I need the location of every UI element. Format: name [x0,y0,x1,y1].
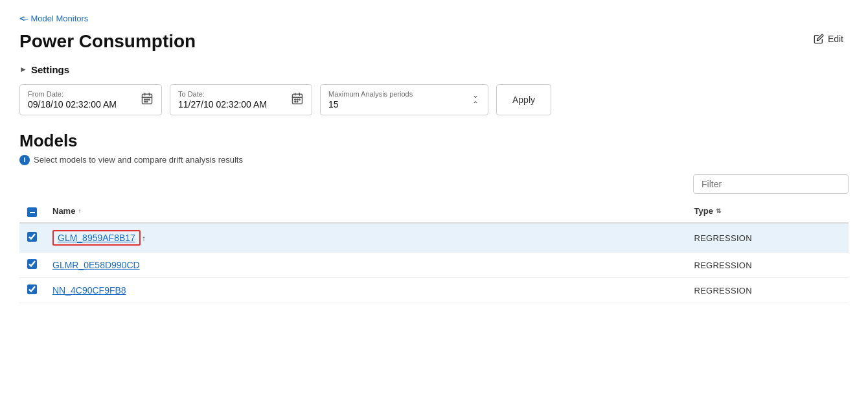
svg-point-5 [146,98,148,100]
select-all-checkbox[interactable] [27,207,37,217]
model-type-cell: REGRESSION [687,253,849,278]
date-controls: From Date: 09/18/10 02:32:00 AM [19,84,849,115]
from-date-field[interactable]: From Date: 09/18/10 02:32:00 AM [19,84,162,115]
model-type-value: REGRESSION [694,233,752,243]
table-row: NN_4C90CF9FB8REGRESSION [19,278,849,303]
models-section: Models i Select models to view and compa… [19,131,849,304]
spinner-buttons: ⌄ ⌃ [471,91,480,108]
header-checkbox-cell [19,200,45,224]
from-date-value: 09/18/10 02:32:00 AM [28,99,117,110]
to-date-value: 11/27/10 02:32:00 AM [178,99,267,110]
settings-section: ► Settings From Date: 09/18/10 02:32:00 … [19,64,849,115]
analysis-value: 15 [328,99,413,110]
model-type-value: REGRESSION [694,261,752,270]
page-header: Power Consumption Edit [19,31,849,52]
row-checkbox-cell [19,253,45,278]
from-date-label: From Date: [28,90,117,98]
model-name-link[interactable]: NN_4C90CF9FB8 [52,285,126,296]
analysis-label: Maximum Analysis periods [328,90,413,98]
table-header-row: Name ↑ Type ⇅ [19,200,849,224]
svg-point-14 [297,98,298,100]
models-tbody: GLM_8959AF8B17↑REGRESSIONGLMR_0E58D990CD… [19,223,849,303]
model-type-cell: REGRESSION [687,223,849,253]
model-name-link[interactable]: GLM_8959AF8B17 [58,233,135,243]
edit-label: Edit [828,34,843,44]
chevron-right-icon: ► [19,65,27,74]
spinner-down-button[interactable]: ⌄ [471,91,480,99]
apply-button[interactable]: Apply [496,84,551,115]
model-type-value: REGRESSION [694,286,752,296]
edit-button[interactable]: Edit [808,31,849,47]
to-date-field[interactable]: To Date: 11/27/10 02:32:00 AM [170,84,312,115]
row-checkbox-2[interactable] [27,284,37,294]
filter-row [19,174,849,194]
model-name-border-wrapper: GLM_8959AF8B17 [52,230,141,246]
info-icon: i [19,155,30,165]
page-title: Power Consumption [19,31,196,52]
models-info: i Select models to view and compare drif… [19,155,849,165]
row-checkbox-1[interactable] [27,259,37,269]
row-checkbox-cell [19,223,45,253]
back-link[interactable]: <- <- Model Monitors [19,14,88,23]
type-sort-icon: ⇅ [716,207,721,214]
model-name-link[interactable]: GLMR_0E58D990CD [52,260,140,270]
to-date-content: To Date: 11/27/10 02:32:00 AM [178,90,267,110]
analysis-content: Maximum Analysis periods 15 [328,90,413,110]
svg-point-4 [144,98,146,100]
analysis-periods-field[interactable]: Maximum Analysis periods 15 ⌄ ⌃ [320,84,488,115]
model-name-cell: GLM_8959AF8B17↑ [45,223,687,253]
svg-point-6 [149,98,150,100]
spinner-up-button[interactable]: ⌃ [471,100,480,108]
svg-point-16 [295,101,296,102]
models-info-text: Select models to view and compare drift … [34,155,243,165]
model-type-cell: REGRESSION [687,278,849,303]
row-checkbox-0[interactable] [27,232,37,242]
header-name-col[interactable]: Name ↑ [45,200,687,224]
svg-point-17 [297,101,298,102]
model-name-cell: NN_4C90CF9FB8 [45,278,687,303]
models-table: Name ↑ Type ⇅ GLM_8959AF8B17↑REGRESSIONG… [19,200,849,304]
from-date-calendar-icon [141,92,154,108]
svg-point-15 [299,98,301,100]
svg-point-7 [144,101,146,102]
to-date-label: To Date: [178,90,267,98]
cursor-icon: ↑ [142,234,146,243]
filter-input[interactable] [693,174,849,194]
svg-point-8 [146,101,148,102]
svg-point-13 [295,98,296,100]
back-link-label: <- Model Monitors [21,14,88,23]
name-sort-icon: ↑ [78,207,81,214]
row-checkbox-cell [19,278,45,303]
table-row: GLMR_0E58D990CDREGRESSION [19,253,849,278]
models-title: Models [19,131,849,151]
type-col-label: Type [694,206,713,216]
pencil-icon [814,34,824,44]
to-date-calendar-icon [291,92,304,108]
header-type-col[interactable]: Type ⇅ [687,200,849,224]
settings-toggle[interactable]: ► Settings [19,64,69,75]
from-date-content: From Date: 09/18/10 02:32:00 AM [28,90,117,110]
model-name-cell: GLMR_0E58D990CD [45,253,687,278]
name-col-label: Name [52,206,75,216]
settings-label: Settings [31,64,69,75]
table-row: GLM_8959AF8B17↑REGRESSION [19,223,849,253]
